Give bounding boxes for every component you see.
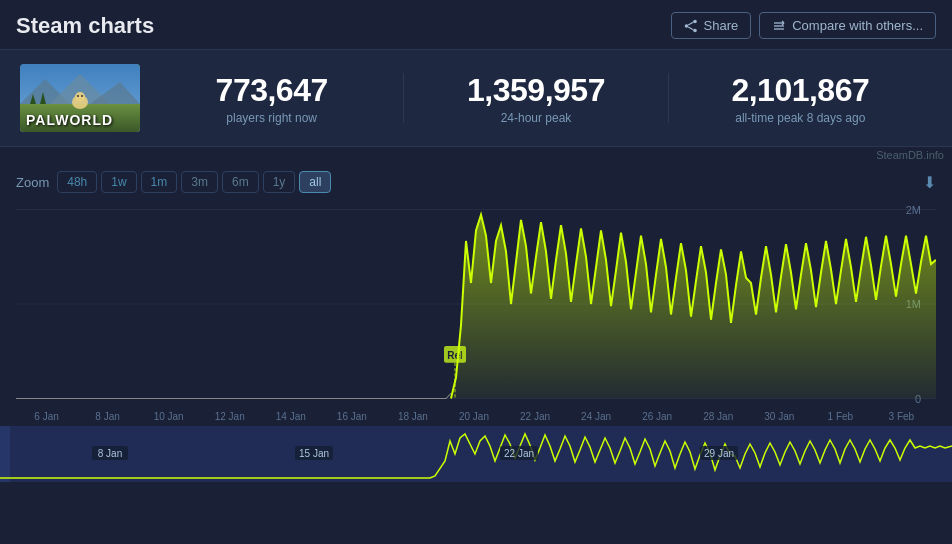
stat-24h-peak: 1,359,957 24-hour peak xyxy=(404,72,667,125)
zoom-3m[interactable]: 3m xyxy=(181,171,218,193)
game-thumbnail: PALWORLD xyxy=(20,64,140,132)
download-icon[interactable]: ⬇ xyxy=(923,173,936,192)
x-label-14: 1 Feb xyxy=(810,411,871,422)
x-label-4: 12 Jan xyxy=(199,411,260,422)
svg-point-0 xyxy=(693,19,697,23)
stats-bar: PALWORLD 773,647 players right now 1,359… xyxy=(0,49,952,147)
svg-point-19 xyxy=(77,95,79,97)
x-label-2: 8 Jan xyxy=(77,411,138,422)
svg-text:15 Jan: 15 Jan xyxy=(299,448,329,459)
peak-24h-label: 24-hour peak xyxy=(414,111,657,125)
page-title: Steam charts xyxy=(16,13,154,39)
share-icon xyxy=(684,19,698,33)
mini-chart[interactable]: 8 Jan 15 Jan 22 Jan 29 Jan xyxy=(0,426,952,482)
chart-controls: Zoom 48h 1w 1m 3m 6m 1y all ⬇ xyxy=(0,163,952,199)
svg-line-3 xyxy=(688,22,693,25)
svg-point-1 xyxy=(693,28,697,32)
stat-all-time-peak: 2,101,867 all-time peak 8 days ago xyxy=(669,72,932,125)
svg-rect-32 xyxy=(10,426,952,482)
x-label-6: 16 Jan xyxy=(321,411,382,422)
compare-label: Compare with others... xyxy=(792,18,923,33)
game-name-overlay: PALWORLD xyxy=(26,112,113,128)
main-chart: 2M 1M 0 Rel xyxy=(0,199,952,409)
svg-text:22 Jan: 22 Jan xyxy=(504,448,534,459)
zoom-6m[interactable]: 6m xyxy=(222,171,259,193)
players-now-value: 773,647 xyxy=(150,72,393,109)
zoom-all[interactable]: all xyxy=(299,171,331,193)
zoom-1y[interactable]: 1y xyxy=(263,171,296,193)
x-label-7: 18 Jan xyxy=(382,411,443,422)
peak-all-value: 2,101,867 xyxy=(679,72,922,109)
header-buttons: Share Compare with others... xyxy=(671,12,936,39)
main-chart-svg: 2M 1M 0 Rel xyxy=(16,199,936,409)
x-label-15: 3 Feb xyxy=(871,411,932,422)
x-label-1: 6 Jan xyxy=(16,411,77,422)
svg-point-20 xyxy=(81,95,83,97)
compare-button[interactable]: Compare with others... xyxy=(759,12,936,39)
svg-point-2 xyxy=(684,24,688,28)
zoom-control: Zoom 48h 1w 1m 3m 6m 1y all xyxy=(16,171,331,193)
compare-icon xyxy=(772,19,786,33)
x-label-9: 22 Jan xyxy=(505,411,566,422)
x-label-13: 30 Jan xyxy=(749,411,810,422)
zoom-label: Zoom xyxy=(16,175,49,190)
x-label-3: 10 Jan xyxy=(138,411,199,422)
svg-point-18 xyxy=(75,92,85,102)
mini-chart-svg: 8 Jan 15 Jan 22 Jan 29 Jan xyxy=(0,426,952,482)
players-now-label: players right now xyxy=(150,111,393,125)
x-axis: 6 Jan 8 Jan 10 Jan 12 Jan 14 Jan 16 Jan … xyxy=(0,409,952,424)
share-label: Share xyxy=(704,18,739,33)
svg-line-4 xyxy=(688,26,693,29)
svg-text:8 Jan: 8 Jan xyxy=(98,448,122,459)
zoom-1m[interactable]: 1m xyxy=(141,171,178,193)
svg-text:29 Jan: 29 Jan xyxy=(704,448,734,459)
svg-rect-31 xyxy=(0,426,10,482)
share-button[interactable]: Share xyxy=(671,12,752,39)
stat-players-now: 773,647 players right now xyxy=(140,72,403,125)
x-label-11: 26 Jan xyxy=(627,411,688,422)
zoom-1w[interactable]: 1w xyxy=(101,171,136,193)
x-label-5: 14 Jan xyxy=(260,411,321,422)
svg-text:2M: 2M xyxy=(906,203,921,215)
steamdb-credit: SteamDB.info xyxy=(0,147,952,163)
zoom-48h[interactable]: 48h xyxy=(57,171,97,193)
peak-24h-value: 1,359,957 xyxy=(414,72,657,109)
x-label-10: 24 Jan xyxy=(566,411,627,422)
page-header: Steam charts Share Compare with others..… xyxy=(0,0,952,49)
x-label-12: 28 Jan xyxy=(688,411,749,422)
x-label-8: 20 Jan xyxy=(443,411,504,422)
zoom-buttons: 48h 1w 1m 3m 6m 1y all xyxy=(57,171,331,193)
peak-all-label: all-time peak 8 days ago xyxy=(679,111,922,125)
